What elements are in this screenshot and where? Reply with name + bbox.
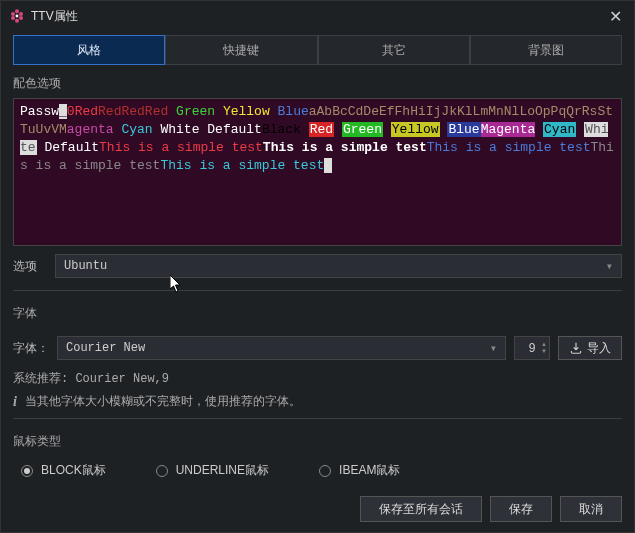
window-title: TTV属性 — [31, 8, 78, 25]
font-import-button[interactable]: 导入 — [558, 336, 622, 360]
font-size-spinner[interactable]: 9▲▼ — [514, 336, 550, 360]
svg-point-2 — [19, 16, 23, 20]
cursor-block-radio[interactable]: BLOCK鼠标 — [21, 462, 106, 479]
text-cursor — [324, 158, 332, 173]
svg-point-3 — [15, 19, 19, 23]
svg-point-1 — [19, 12, 23, 16]
save-all-button[interactable]: 保存至所有会话 — [360, 496, 482, 522]
app-icon — [9, 8, 25, 24]
cursor-underline-radio[interactable]: UNDERLINE鼠标 — [156, 462, 269, 479]
svg-point-6 — [16, 15, 19, 18]
scheme-option-label: 选项 — [13, 258, 47, 275]
info-icon: i — [13, 394, 17, 410]
color-section-label: 配色选项 — [1, 65, 634, 98]
svg-point-5 — [11, 12, 15, 16]
import-icon — [569, 341, 583, 355]
svg-point-0 — [15, 9, 19, 13]
font-family-select[interactable]: Courier New — [57, 336, 506, 360]
tab-shortcut[interactable]: 快捷键 — [165, 35, 317, 65]
tab-style[interactable]: 风格 — [13, 35, 165, 65]
font-section-label: 字体 — [1, 295, 634, 328]
footer: 保存至所有会话 保存 取消 — [1, 486, 634, 532]
titlebar: TTV属性 ✕ — [1, 1, 634, 31]
cursor-section-label: 鼠标类型 — [1, 423, 634, 456]
color-preview: Passw_0RedRedRedRed Green Yellow BlueaAb… — [13, 98, 622, 246]
scheme-select[interactable]: Ubuntu — [55, 254, 622, 278]
font-label: 字体： — [13, 340, 49, 357]
tab-background[interactable]: 背景图 — [470, 35, 622, 65]
svg-point-4 — [11, 16, 15, 20]
cancel-button[interactable]: 取消 — [560, 496, 622, 522]
font-hint: 当其他字体大小模糊或不完整时，使用推荐的字体。 — [25, 393, 301, 410]
font-recommend: 系统推荐: Courier New,9 — [1, 368, 634, 389]
close-button[interactable]: ✕ — [605, 7, 626, 26]
cursor-ibeam-radio[interactable]: IBEAM鼠标 — [319, 462, 400, 479]
tab-bar: 风格 快捷键 其它 背景图 — [13, 35, 622, 65]
save-button[interactable]: 保存 — [490, 496, 552, 522]
tab-other[interactable]: 其它 — [318, 35, 470, 65]
